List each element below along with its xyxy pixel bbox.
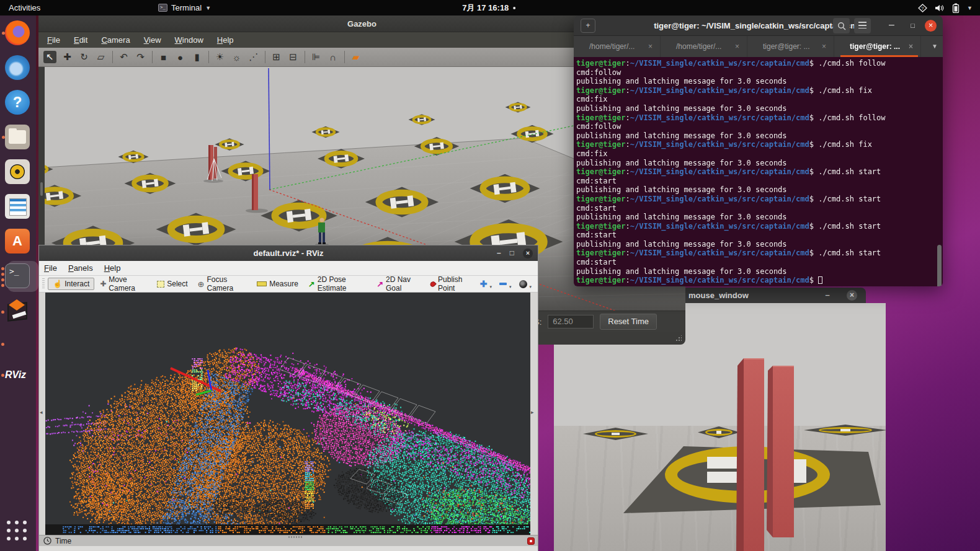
app-menu[interactable]: >_ Terminal ▼: [158, 3, 211, 12]
undo-icon[interactable]: ↶: [118, 51, 130, 63]
cylinder-icon[interactable]: ▮: [192, 51, 203, 63]
left-panel-collapse-strip[interactable]: ◂: [39, 293, 45, 535]
resize-grip[interactable]: [675, 335, 682, 342]
rviz-3d-view[interactable]: ◂ ▸: [39, 293, 538, 535]
search-button[interactable]: [833, 18, 850, 33]
dock-item-files[interactable]: [5, 125, 31, 151]
new-tab-button[interactable]: +: [581, 19, 595, 33]
gazebo-menu-view[interactable]: View: [144, 35, 161, 45]
align-icon[interactable]: ⊫: [311, 51, 322, 63]
rviz-tool-focus-camera[interactable]: Focus Camera: [194, 274, 252, 294]
close-icon[interactable]: ×: [847, 290, 857, 301]
toolbar-drag-handle[interactable]: [42, 278, 45, 289]
helipad-h-bar: [707, 472, 741, 483]
terminal-output-line: cmd:start: [576, 231, 943, 240]
rviz-menu-help[interactable]: Help: [104, 263, 121, 273]
rviz-window: default.rviz* - RViz – □ × FilePanelsHel…: [38, 245, 538, 551]
scale-tool-icon[interactable]: ▱: [96, 51, 107, 63]
panel-drag-handle[interactable]: [288, 536, 303, 538]
dock-item-gazebo[interactable]: [5, 299, 31, 325]
rotate-tool-icon[interactable]: ↻: [79, 51, 90, 63]
copy-icon[interactable]: ⊞: [271, 51, 282, 63]
red-pillar: [744, 358, 764, 551]
reset-time-button[interactable]: Reset Time: [600, 314, 657, 330]
rviz-tool-select[interactable]: Select: [153, 278, 192, 289]
clock-menu[interactable]: 7月 17 16:18: [462, 2, 515, 14]
remove-display-icon[interactable]: [499, 283, 507, 285]
add-display-icon[interactable]: [480, 279, 488, 289]
terminal-tab-2[interactable]: /home/tiger/...×: [661, 36, 747, 57]
rviz-tool-interact[interactable]: Interact: [48, 278, 94, 290]
tab-close-icon[interactable]: ×: [648, 36, 653, 57]
panel-close-button[interactable]: [527, 537, 535, 545]
terminal-tab-3[interactable]: tiger@tiger: ...×: [747, 36, 834, 57]
dock-item-terminal[interactable]: >_: [5, 263, 31, 289]
terminal-command-line: tiger@tiger:~/VISIM_single/catkin_ws/src…: [576, 167, 943, 177]
rviz-tool-2d-nav-goal[interactable]: 2D Nav Goal: [372, 274, 425, 294]
scrollbar-thumb[interactable]: [937, 245, 942, 286]
sphere-icon[interactable]: ●: [175, 52, 186, 63]
gazebo-menu-camera[interactable]: Camera: [101, 35, 130, 45]
tab-close-icon[interactable]: ×: [735, 36, 739, 57]
paste-icon[interactable]: ⊟: [288, 51, 299, 63]
panel-drag-handle[interactable]: [40, 182, 43, 196]
terminal-headerbar[interactable]: + tiger@tiger: ~/VISIM_single/catkin_ws/…: [574, 15, 943, 36]
box-icon[interactable]: ■: [158, 52, 169, 63]
point-light-icon[interactable]: ☀: [215, 51, 226, 63]
dock-item-running-app[interactable]: [5, 339, 31, 365]
minimize-button[interactable]: –: [889, 15, 894, 36]
clock-icon: [43, 537, 51, 545]
minimize-button[interactable]: –: [821, 288, 834, 302]
rviz-tool-publish-point[interactable]: Publish Point: [426, 274, 479, 294]
terminal-output[interactable]: tiger@tiger:~/VISIM_single/catkin_ws/src…: [574, 57, 943, 286]
close-icon[interactable]: ×: [523, 249, 533, 258]
rviz-tool-2d-pose-estimate[interactable]: 2D Pose Estimate: [304, 274, 371, 294]
redo-icon[interactable]: ↷: [135, 51, 146, 63]
dock-item-libreoffice-writer[interactable]: [5, 194, 31, 220]
translate-tool-icon[interactable]: ✚: [62, 51, 73, 63]
show-applications-button[interactable]: [5, 519, 31, 545]
terminal-tab-4[interactable]: tiger@tiger: ...×: [834, 36, 921, 57]
rviz-tool-move-camera[interactable]: Move Camera: [96, 274, 151, 294]
gazebo-menu-window[interactable]: Window: [175, 35, 203, 45]
minimize-button[interactable]: –: [497, 245, 501, 261]
rviz-menu-file[interactable]: File: [44, 263, 57, 273]
dock-item-thunderbird[interactable]: [5, 55, 31, 81]
view-angle-icon[interactable]: ▰: [350, 51, 362, 63]
collapse-right-icon[interactable]: ▸: [531, 409, 534, 415]
rviz-titlebar[interactable]: default.rviz* - RViz – □ ×: [39, 245, 538, 261]
gazebo-menu-help[interactable]: Help: [217, 35, 234, 45]
tab-label: tiger@tiger: ...: [850, 42, 900, 51]
toolbar-separator: [305, 51, 305, 63]
menu-button[interactable]: [854, 18, 871, 33]
tab-close-icon[interactable]: ×: [822, 36, 826, 57]
right-panel-collapse-strip[interactable]: ▸: [530, 293, 538, 535]
directional-light-icon[interactable]: ⋰: [248, 51, 259, 63]
dock-item-rhythmbox[interactable]: [5, 159, 31, 185]
maximize-button[interactable]: □: [911, 15, 915, 36]
snap-icon[interactable]: ∩: [327, 52, 339, 63]
fps-value-field[interactable]: 62.50: [548, 315, 594, 328]
tab-close-icon[interactable]: ×: [909, 36, 913, 57]
collapse-left-icon[interactable]: ◂: [40, 409, 43, 415]
spot-light-icon[interactable]: ☼: [231, 52, 243, 63]
close-icon[interactable]: ×: [925, 20, 937, 32]
tab-list-caret-icon[interactable]: ▼: [932, 36, 938, 57]
dock-item-rviz[interactable]: RViz: [5, 363, 31, 389]
rviz-tool-measure[interactable]: Measure: [252, 278, 303, 289]
activities-button[interactable]: Activities: [9, 3, 40, 12]
system-tray[interactable]: ? ▼: [918, 3, 973, 13]
gazebo-menu-edit[interactable]: Edit: [74, 35, 87, 45]
dock-item-firefox[interactable]: [5, 20, 31, 46]
maximize-button[interactable]: □: [510, 245, 514, 261]
help-icon: ?: [5, 90, 30, 115]
rviz-pointcloud-viewport[interactable]: [45, 293, 532, 535]
select-tool-icon[interactable]: ↖: [43, 51, 56, 63]
gazebo-menu-file[interactable]: File: [47, 35, 60, 45]
camera-view-icon[interactable]: [519, 280, 527, 288]
dock-item-ubuntu-software[interactable]: A: [5, 229, 31, 255]
mouse-window-titlebar[interactable]: mouse_window – ×: [682, 288, 866, 303]
rviz-menu-panels[interactable]: Panels: [68, 263, 93, 273]
dock-item-help[interactable]: ?: [5, 90, 31, 116]
terminal-tab-1[interactable]: /home/tiger/...×: [574, 36, 661, 57]
